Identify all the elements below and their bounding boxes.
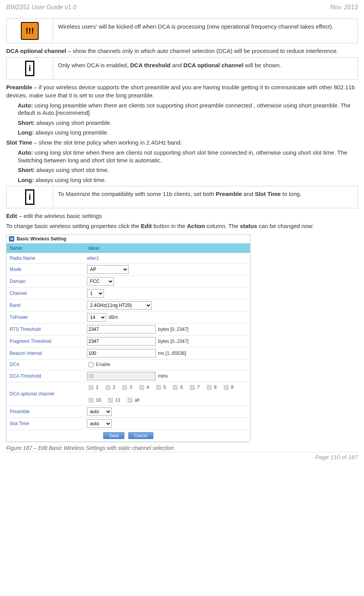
dca-opt-11: [108, 398, 113, 403]
domain-select[interactable]: FCC: [87, 277, 114, 286]
mode-label: Mode: [7, 264, 85, 274]
band-label: Band: [7, 300, 85, 310]
beacon-input[interactable]: [87, 349, 156, 358]
frag-unit: bytes [0..2347]: [158, 339, 189, 344]
figure-caption: Figure 187 – Edit Basic Wireless Setting…: [6, 445, 358, 451]
dca-channel-desc: DCA optional channel – show the channels…: [6, 47, 358, 55]
edit-desc: Edit – edit the wireless basic settings: [6, 212, 358, 220]
dca-opt-2: [105, 385, 111, 390]
slot-short: Short: always using short slot time.: [18, 166, 358, 174]
beacon-unit: ms [1..65536]: [158, 351, 186, 356]
beacon-label: Beacon Interval: [7, 348, 85, 358]
dca-thresh-input: [87, 372, 156, 380]
basic-wireless-setting-panel: ➔Basic Wireless Setting Name Value Radio…: [6, 234, 250, 442]
slot-long: Long: always using long slot time.: [18, 176, 358, 184]
slot-auto: Auto: using long slot time when there ar…: [18, 149, 358, 164]
preamble-select[interactable]: auto: [87, 407, 112, 416]
dca-opt-3: [122, 385, 127, 390]
radio-name-value: wlan1: [87, 255, 99, 261]
cancel-button[interactable]: Cancel: [128, 432, 153, 439]
rts-label: RTS Threshold: [7, 324, 85, 334]
dca-thresh-label: DCA Threshold: [7, 371, 85, 381]
band-select[interactable]: 2.4GHz(11ng HT20): [87, 301, 152, 310]
dca-opt-8: [207, 385, 212, 390]
save-button[interactable]: Save: [103, 432, 124, 439]
txpower-label: TxPower: [7, 312, 85, 322]
info-note-compat: i To Maximize the compatibility with som…: [6, 186, 358, 208]
frag-label: Fragment Threshold: [7, 336, 85, 346]
dca-opt-1: [88, 385, 94, 390]
col-value: Value: [85, 244, 250, 253]
info-note-dca: i Only when DCA is enabled, DCA threshol…: [6, 57, 358, 80]
channel-select[interactable]: 1: [87, 289, 104, 298]
panel-title: Basic Wireless Setting: [17, 236, 66, 242]
dca-opt-5: [156, 385, 161, 390]
header-left: BW2251 User Guide v1.0: [6, 4, 76, 11]
page-footer: Page 110 of 187: [6, 454, 358, 460]
dca-opt-10: [88, 398, 94, 403]
dca-enable-text: Enable: [96, 362, 110, 367]
info-text: To Maximize the compatibility with some …: [53, 186, 357, 208]
txpower-select[interactable]: 14: [87, 313, 106, 322]
preamble-long: Long: always using long preamble.: [18, 129, 358, 136]
dca-opt-7: [190, 385, 195, 390]
rts-unit: bytes [0..2347]: [158, 327, 189, 332]
preamble-desc: Preamble – if your wireless device suppo…: [6, 83, 358, 99]
slot-label: Slot Time: [7, 419, 85, 429]
header-right: Nov. 2013: [330, 4, 358, 11]
mode-select[interactable]: AP: [87, 265, 129, 274]
preamble-short: Short: always using short preamble.: [18, 119, 358, 127]
dca-opt-label: DCA optional channel: [7, 389, 85, 399]
dca-enable-checkbox[interactable]: [88, 362, 94, 367]
frag-input[interactable]: [87, 337, 156, 346]
info-icon: i: [25, 189, 34, 205]
preamble-auto: Auto: using long preamble when there are…: [18, 102, 358, 117]
rts-input[interactable]: [87, 325, 156, 334]
txpower-unit: dBm: [109, 315, 118, 320]
warning-icon: !!!: [21, 22, 39, 40]
dca-opt-4: [139, 385, 144, 390]
radio-name-label: Radio Name: [7, 253, 85, 263]
dca-opt-6: [173, 385, 178, 390]
dca-thresh-unit: mins: [158, 373, 168, 379]
slot-desc: Slot Time – show the slot time policy wh…: [6, 139, 358, 146]
info-icon: i: [25, 61, 34, 76]
change-desc: To change basic wireless setting propert…: [6, 222, 358, 230]
preamble-label: Preamble: [7, 407, 85, 417]
warning-text: Wireless users' will be kicked off when …: [53, 19, 357, 43]
warning-note: !!! Wireless users' will be kicked off w…: [6, 19, 358, 43]
col-name: Name: [7, 244, 85, 253]
info-text: Only when DCA is enabled, DCA threshold …: [53, 58, 357, 79]
dca-opt-all: [128, 398, 133, 403]
slot-select[interactable]: auto: [87, 419, 112, 428]
arrow-icon: ➔: [9, 236, 14, 242]
channel-label: Channel: [7, 288, 85, 298]
dca-opt-9: [224, 385, 229, 390]
dca-label: DCA: [7, 359, 85, 370]
domain-label: Domain: [7, 276, 85, 286]
